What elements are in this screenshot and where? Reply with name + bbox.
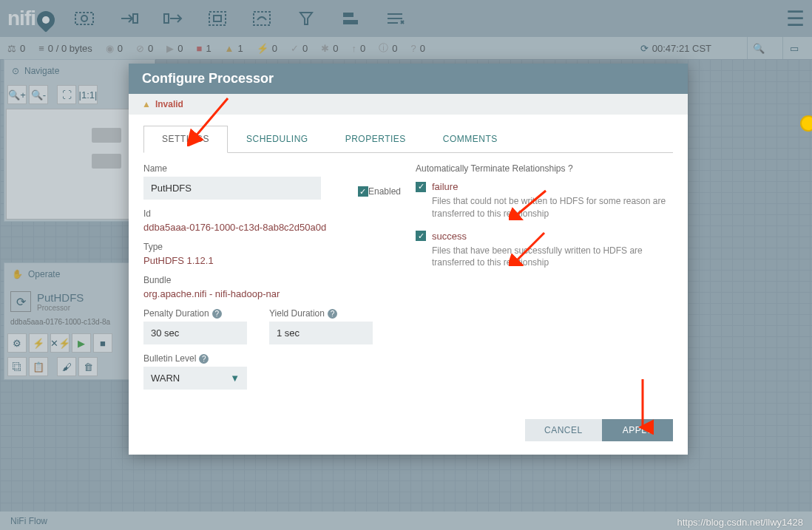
svg-line-8	[194, 98, 228, 137]
relationship-success-name: success	[432, 231, 467, 242]
enabled-checkbox[interactable]: ✓Enabled	[358, 186, 401, 197]
bulletin-level-select[interactable]: WARN ▼	[143, 367, 247, 390]
annotation-arrow	[632, 376, 654, 435]
bulletin-label: Bulletin Level?	[143, 353, 401, 364]
help-icon[interactable]: ?	[328, 309, 337, 319]
relationship-failure-checkbox[interactable]: ✓	[416, 182, 426, 192]
type-value: PutHDFS 1.12.1	[143, 255, 401, 266]
cancel-button[interactable]: CANCEL	[525, 419, 602, 441]
id-value: ddba5aaa-0176-1000-c13d-8ab8c2d50a0d	[143, 222, 401, 233]
relationship-failure-name: failure	[432, 181, 458, 192]
svg-line-9	[515, 191, 546, 217]
id-label: Id	[143, 208, 401, 219]
svg-line-10	[515, 233, 544, 262]
tab-comments[interactable]: COMMENTS	[424, 126, 516, 152]
name-label: Name	[143, 163, 343, 174]
tab-scheduling[interactable]: SCHEDULING	[228, 126, 327, 152]
help-icon[interactable]: ?	[568, 163, 573, 174]
processor-name-input[interactable]	[143, 177, 321, 200]
dialog-title: Configure Processor	[129, 64, 688, 94]
warning-icon: ▲	[142, 99, 151, 109]
bundle-label: Bundle	[143, 275, 401, 285]
annotation-arrow	[187, 95, 231, 146]
bundle-value: org.apache.nifi - nifi-hadoop-nar	[143, 288, 401, 299]
chevron-down-icon: ▼	[230, 373, 240, 384]
yield-duration-input[interactable]	[269, 322, 373, 344]
watermark: https://blog.csdn.net/llwy1428	[677, 517, 803, 528]
type-label: Type	[143, 242, 401, 252]
annotation-arrow	[509, 229, 553, 266]
yield-label: Yield Duration?	[269, 308, 373, 319]
penalty-label: Penalty Duration?	[143, 308, 247, 319]
help-icon[interactable]: ?	[199, 354, 209, 364]
annotation-badge	[800, 115, 812, 132]
relationships-header: Automatically Terminate Relationships ?	[416, 163, 673, 174]
relationship-success-checkbox[interactable]: ✓	[416, 231, 426, 241]
penalty-duration-input[interactable]	[143, 322, 247, 344]
annotation-arrow	[509, 187, 553, 220]
tab-properties[interactable]: PROPERTIES	[327, 126, 424, 152]
help-icon[interactable]: ?	[212, 309, 222, 319]
